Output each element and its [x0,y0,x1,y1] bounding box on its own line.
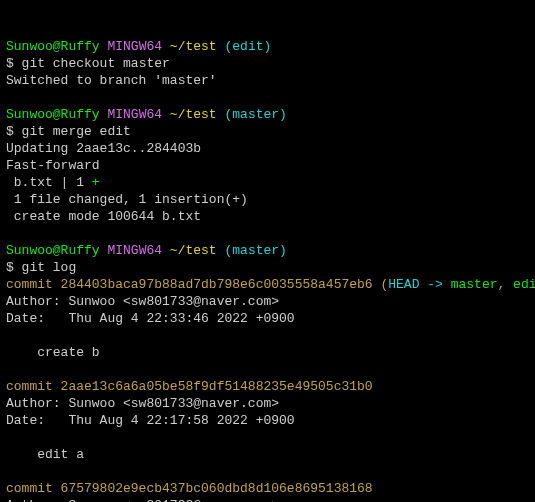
output-line: Fast-forward [6,158,100,173]
commit-line: commit 284403baca97b88ad7db798e6c0035558… [6,277,388,292]
ref-edit: edit [513,277,535,292]
commit-message: edit a [6,447,84,462]
output-line: 1 file changed, 1 insertion(+) [6,192,248,207]
commit-line: commit 2aae13c6a6a05be58f9df51488235e495… [6,379,373,394]
user: Sunwoo@Ruffy [6,39,100,54]
branch: (edit) [224,39,271,54]
output-line: Updating 2aae13c..284403b [6,141,201,156]
command-line: $ git log [6,260,76,275]
author-line: Author: Sunwoo <sw801733@naver.com> [6,498,279,502]
host: MINGW64 [107,243,162,258]
author-line: Author: Sunwoo <sw801733@naver.com> [6,294,279,309]
date-line: Date: Thu Aug 4 22:33:46 2022 +0900 [6,311,295,326]
prompt-line: Sunwoo@Ruffy MINGW64 ~/test (master) [6,243,287,258]
cwd: ~/test [170,107,217,122]
host: MINGW64 [107,107,162,122]
prompt-line: Sunwoo@Ruffy MINGW64 ~/test (edit) [6,39,271,54]
cwd: ~/test [170,39,217,54]
date-line: Date: Thu Aug 4 22:17:58 2022 +0900 [6,413,295,428]
prompt-symbol: $ [6,56,22,71]
cwd: ~/test [170,243,217,258]
command: git log [22,260,77,275]
diff-plus: + [92,175,100,190]
commit-line: commit 67579802e9ecb437bc060dbd8d106e869… [6,481,373,496]
terminal[interactable]: Sunwoo@Ruffy MINGW64 ~/test (edit) $ git… [6,38,529,502]
user: Sunwoo@Ruffy [6,107,100,122]
prompt-symbol: $ [6,260,22,275]
output-line: Switched to branch 'master' [6,73,217,88]
command: git merge edit [22,124,131,139]
output-line: create mode 100644 b.txt [6,209,201,224]
branch: (master) [224,243,286,258]
command: git checkout master [22,56,170,71]
command-line: $ git merge edit [6,124,131,139]
command-line: $ git checkout master [6,56,170,71]
user: Sunwoo@Ruffy [6,243,100,258]
host: MINGW64 [107,39,162,54]
author-line: Author: Sunwoo <sw801733@naver.com> [6,396,279,411]
commit-message: create b [6,345,100,360]
branch: (master) [224,107,286,122]
ref-head: HEAD -> [388,277,450,292]
ref-sep: , [498,277,514,292]
prompt-line: Sunwoo@Ruffy MINGW64 ~/test (master) [6,107,287,122]
output-line: b.txt | 1 [6,175,92,190]
prompt-symbol: $ [6,124,22,139]
ref-master: master [451,277,498,292]
